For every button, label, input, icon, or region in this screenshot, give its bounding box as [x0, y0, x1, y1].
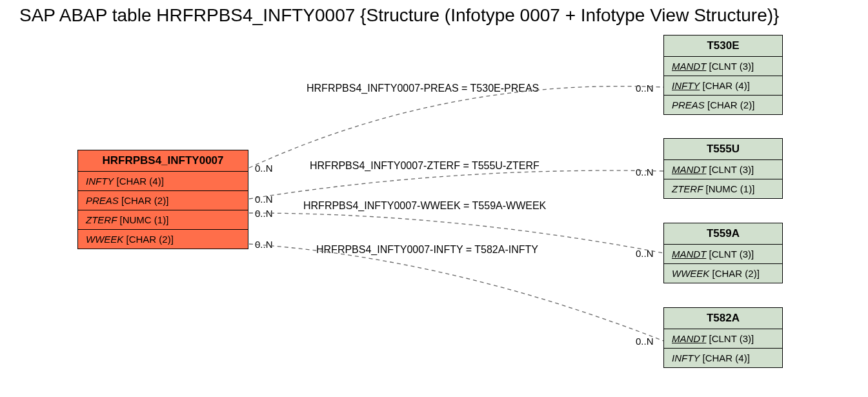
cardinality-src-0: 0..N	[255, 163, 273, 174]
entity-source-field: ZTERF [NUMC (1)]	[78, 210, 248, 230]
entity-source-field: INFTY [CHAR (4)]	[78, 172, 248, 191]
entity-source-header: HRFRPBS4_INFTY0007	[78, 150, 248, 172]
entity-source: HRFRPBS4_INFTY0007 INFTY [CHAR (4)] PREA…	[77, 150, 248, 249]
entity-source-field: WWEEK [CHAR (2)]	[78, 230, 248, 249]
entity-t530e-header: T530E	[664, 36, 782, 57]
cardinality-src-1: 0..N	[255, 194, 273, 205]
relation-label-preas: HRFRPBS4_INFTY0007-PREAS = T530E-PREAS	[307, 83, 539, 94]
relation-label-infty: HRFRPBS4_INFTY0007-INFTY = T582A-INFTY	[316, 244, 538, 256]
entity-t559a: T559A MANDT [CLNT (3)] WWEEK [CHAR (2)]	[663, 223, 783, 283]
entity-t555u: T555U MANDT [CLNT (3)] ZTERF [NUMC (1)]	[663, 138, 783, 199]
cardinality-src-3: 0..N	[255, 239, 273, 250]
entity-t555u-field: ZTERF [NUMC (1)]	[664, 179, 782, 198]
entity-t582a: T582A MANDT [CLNT (3)] INFTY [CHAR (4)]	[663, 307, 783, 368]
relation-label-wweek: HRFRPBS4_INFTY0007-WWEEK = T559A-WWEEK	[303, 200, 546, 212]
entity-t582a-field: MANDT [CLNT (3)]	[664, 329, 782, 349]
entity-source-field: PREAS [CHAR (2)]	[78, 191, 248, 210]
entity-t582a-field: INFTY [CHAR (4)]	[664, 349, 782, 367]
entity-t530e-field: PREAS [CHAR (2)]	[664, 96, 782, 114]
page-title: SAP ABAP table HRFRPBS4_INFTY0007 {Struc…	[19, 5, 779, 26]
cardinality-tgt-1: 0..N	[636, 167, 654, 178]
entity-t555u-header: T555U	[664, 139, 782, 160]
entity-t559a-field: MANDT [CLNT (3)]	[664, 245, 782, 264]
entity-t582a-header: T582A	[664, 308, 782, 329]
entity-t530e-field: INFTY [CHAR (4)]	[664, 76, 782, 96]
entity-t559a-field: WWEEK [CHAR (2)]	[664, 264, 782, 283]
cardinality-src-2: 0..N	[255, 208, 273, 219]
cardinality-tgt-3: 0..N	[636, 336, 654, 347]
entity-t530e: T530E MANDT [CLNT (3)] INFTY [CHAR (4)] …	[663, 35, 783, 115]
cardinality-tgt-0: 0..N	[636, 83, 654, 94]
relation-label-zterf: HRFRPBS4_INFTY0007-ZTERF = T555U-ZTERF	[310, 160, 540, 172]
cardinality-tgt-2: 0..N	[636, 248, 654, 259]
entity-t559a-header: T559A	[664, 223, 782, 245]
entity-t530e-field: MANDT [CLNT (3)]	[664, 57, 782, 76]
entity-t555u-field: MANDT [CLNT (3)]	[664, 160, 782, 179]
